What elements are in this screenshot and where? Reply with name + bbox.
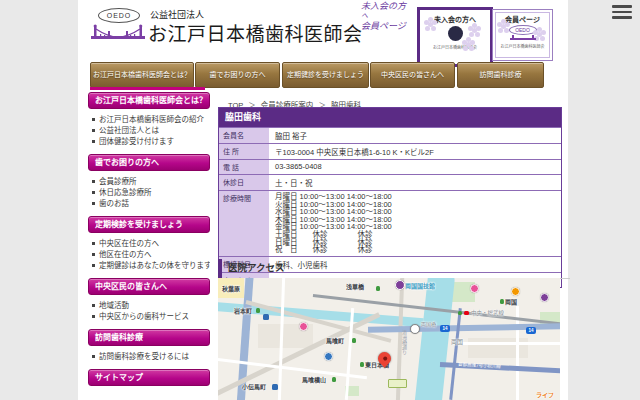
map-road: [458, 342, 560, 345]
nav-tooth-trouble-button[interactable]: 歯でお困りの方へ: [195, 62, 280, 88]
sidebar-item[interactable]: 歯のお話: [88, 198, 210, 209]
promo-line-3: 会員ページ: [361, 21, 421, 31]
station-marker-icon: [360, 362, 364, 367]
oedo-line-station-icon: [470, 284, 479, 293]
station-marker-icon: [352, 338, 356, 343]
promo-line-2: へ: [361, 11, 421, 21]
row-value: 脇田 裕子: [269, 128, 561, 143]
map-label-ryogoku-station: 両国: [505, 297, 517, 306]
sumida-river: [413, 278, 456, 400]
sidebar-item[interactable]: 中央区からの歯科サービス: [88, 311, 210, 322]
row-value-schedule: 月曜日 10:00～13:00 14:00～18:00 火曜日 10:00～13…: [269, 191, 561, 256]
station-marker-icon: [500, 299, 504, 304]
card-label: 会員ページ: [493, 14, 552, 24]
jr-logo-icon: [464, 311, 469, 315]
row-value: 03-3865-0408: [269, 160, 561, 174]
sidebar-item[interactable]: 他区在住の方へ: [88, 249, 210, 260]
metro-icon-kodenmacho: [272, 384, 278, 390]
map-road: [516, 306, 519, 400]
map-label-ryogoku-area: 両国: [451, 337, 463, 346]
map-label-bakurocho: 馬喰町: [326, 336, 344, 345]
promo-line-1: 未入会の方: [361, 1, 421, 11]
clinic-access-map[interactable]: 14 14 秋葉原 岩本町 浅草橋 両国国技館 両国 中央・総武線 両国 両国橋…: [218, 278, 560, 400]
member-promo-link[interactable]: 未入会の方 へ 会員ページ: [361, 1, 421, 31]
station-marker-icon: [256, 308, 260, 313]
row-label: 休診日: [219, 175, 269, 190]
sidebar-item[interactable]: 中央区在住の方へ: [88, 238, 210, 249]
map-label-kodenmacho: 小伝馬町: [242, 382, 266, 391]
route-14-shield: 14: [526, 327, 536, 334]
non-member-card-banner[interactable]: 未入会の方へ お江戸日本橋歯科医師会: [417, 7, 493, 67]
row-value: 土・日・祝: [269, 175, 561, 190]
station-blue-icon: [324, 352, 333, 361]
site-title: お江戸日本橋歯科医師会: [148, 19, 363, 46]
nav-home-visit-button[interactable]: 訪問歯科診療: [457, 62, 544, 88]
expressway-ramp-label: [388, 379, 407, 388]
map-label-kokugikan: 両国国技館: [405, 281, 435, 290]
sidebar-item[interactable]: 訪問歯科診療を受けるには: [88, 351, 210, 362]
row-value: 〒103-0004 中央区東日本橋1-6-10 K・Kビル2F: [269, 144, 561, 159]
map-label-bakuroyokoyama: 馬喰横山: [302, 375, 326, 384]
pier-poi-icon: [410, 324, 420, 334]
table-row: 会員名 脇田 裕子: [219, 127, 561, 143]
sidebar-item[interactable]: 地域活動: [88, 300, 210, 311]
sidebar-section-tooth-trouble[interactable]: 歯でお困りの方へ: [88, 154, 210, 171]
sidebar-item[interactable]: 休日応急診療所: [88, 187, 210, 198]
sidebar-section-residents[interactable]: 中央区民の皆さんへ: [88, 278, 210, 295]
row-label: 会員名: [219, 128, 269, 143]
map-label-iwamotocho: 岩本町: [234, 306, 252, 315]
flower-icon: [472, 28, 477, 33]
kokugikan-icon: [395, 280, 405, 290]
station-marker-icon: [376, 286, 380, 291]
member-page-card-banner[interactable]: 会員ページ OEDO お江戸日本橋歯科医師会: [492, 9, 553, 61]
row-label: 電 話: [219, 160, 269, 174]
table-row: 休診日 土・日・祝: [219, 174, 561, 190]
map-label-ryogokubashi: 両国橋: [421, 320, 436, 327]
station-marker-icon: [332, 377, 336, 382]
sidebar-section-checkup[interactable]: 定期検診を受けましょう: [88, 216, 210, 233]
row-label: 診療時間: [219, 191, 269, 256]
mini-oedo-logo: OEDO: [509, 25, 537, 35]
map-label-sobu-line: 中央・総武線: [471, 309, 504, 317]
screenshot-stage: OEDO 公益社団法人 お江戸日本橋歯科医師会 未入会の方: [0, 0, 640, 400]
sidebar-item[interactable]: 定期健診はあなたの体を守ります: [88, 260, 210, 271]
site-logo[interactable]: OEDO: [90, 8, 148, 52]
sidebar-item[interactable]: 公益社団法人とは: [88, 125, 210, 136]
table-row: 住 所 〒103-0004 中央区東日本橋1-6-10 K・Kビル2F: [219, 143, 561, 159]
mini-bridge-icon: [510, 38, 536, 40]
map-label-kiyosubashi-dori: 清洲橋通り: [401, 330, 408, 355]
poi-orange-icon: [511, 287, 520, 296]
nav-chuo-residents-button[interactable]: 中央区民の皆さんへ: [370, 62, 455, 88]
nav-checkup-button[interactable]: 定期健診を受けましょう: [282, 62, 369, 88]
flower-icon: [537, 32, 542, 37]
emblem-icon: [448, 26, 463, 41]
expressway-riverside: [449, 308, 462, 400]
sidebar-section-about[interactable]: お江戸日本橋歯科医師会とは？: [88, 92, 210, 109]
page-content: OEDO 公益社団法人 お江戸日本橋歯科医師会 未入会の方: [78, 0, 568, 400]
logo-oedo-text: OEDO: [98, 8, 140, 23]
map-label-life-store: ライフ: [536, 390, 554, 399]
sidebar: お江戸日本橋歯科医師会とは？ お江戸日本橋歯科医師会の紹介 公益社団法人とは 団…: [88, 92, 210, 391]
sidebar-section-sitemap[interactable]: サイトマップ: [88, 369, 210, 386]
nav-about-button[interactable]: お江戸日本橋歯科医師会とは？: [90, 62, 194, 88]
route-14-shield: 14: [440, 325, 450, 332]
card-caption: お江戸日本橋歯科医師会: [493, 43, 552, 49]
row-label: 住 所: [219, 144, 269, 159]
metro-icon: [263, 314, 269, 320]
hamburger-menu-icon[interactable]: [612, 5, 632, 21]
map-label-asakusabashi: 浅草橋: [346, 282, 364, 291]
bridge-icon: [90, 23, 146, 47]
sidebar-section-home-visit[interactable]: 訪問歯科診療: [88, 329, 210, 346]
station-marker-icon: [458, 311, 462, 315]
table-row: 電 話 03-3865-0408: [219, 159, 561, 174]
sidebar-item[interactable]: 団体健診受け付けます: [88, 136, 210, 147]
toei-line-station-icon: [299, 322, 308, 331]
nav-active-underline: [90, 87, 205, 90]
flower-icon: [466, 42, 471, 47]
sidebar-item[interactable]: お江戸日本橋歯科医師会の紹介: [88, 114, 210, 125]
map-label-akihabara: 秋葉原: [222, 284, 240, 293]
sidebar-item[interactable]: 会員診療所: [88, 176, 210, 187]
card-caption: お江戸日本橋歯科医師会: [420, 44, 490, 50]
flower-icon: [501, 24, 506, 29]
clinic-name-header: 脇田歯科: [219, 108, 561, 127]
